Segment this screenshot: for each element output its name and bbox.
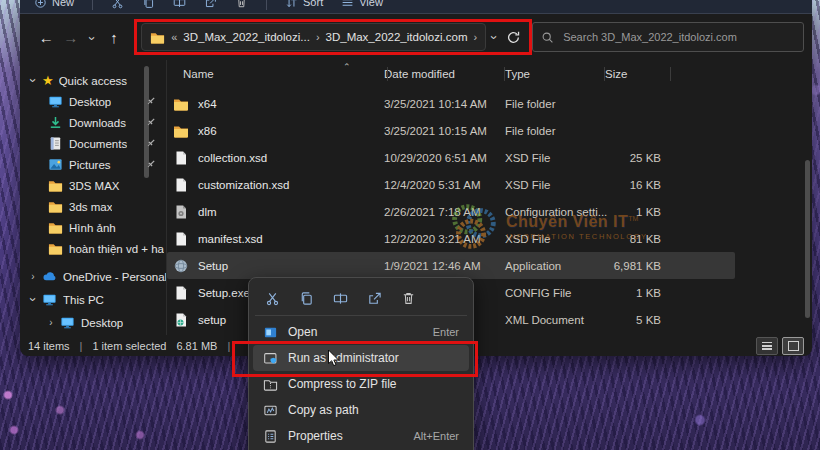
address-dropdown-chevron-icon[interactable]: ›	[487, 35, 502, 39]
file-date: 12/4/2020 5:31 AM	[384, 179, 505, 191]
sidebar-item-this-pc[interactable]: › This PC	[20, 289, 166, 310]
column-divider[interactable]	[387, 67, 388, 81]
column-header-type[interactable]: Type	[505, 68, 605, 80]
menu-item-properties[interactable]: Properties Alt+Enter	[253, 423, 469, 449]
forward-button[interactable]: →	[58, 29, 82, 46]
menu-item-copy-as-path[interactable]: Copy as path	[253, 397, 469, 423]
sort-button[interactable]: Sort	[285, 0, 323, 9]
sort-label: Sort	[303, 0, 323, 8]
sidebar-item-3ds-max-lower[interactable]: 3ds max	[20, 196, 166, 217]
chevron-right-icon[interactable]: ›	[26, 271, 40, 282]
menu-divider	[255, 315, 467, 316]
sidebar-item-downloads[interactable]: Downloads	[20, 112, 166, 133]
back-button[interactable]: ←	[34, 29, 58, 46]
sidebar-item-label: Hình ảnh	[69, 222, 116, 234]
sidebar-item-hinh-anh[interactable]: Hình ảnh	[20, 217, 166, 238]
file-row-setup-selected[interactable]: Setup 1/9/2021 12:46 AM Application 6,98…	[167, 252, 735, 279]
details-view-button[interactable]	[756, 337, 778, 355]
file-date: 2/26/2021 7:18 AM	[384, 206, 505, 218]
sidebar-item-label: OneDrive - Personal	[63, 271, 166, 283]
sidebar-item-label: 3DS MAX	[69, 180, 120, 192]
file-size: 5 KB	[605, 314, 661, 326]
menu-item-label: Compress to ZIP file	[288, 377, 396, 391]
command-bar: New Sort View	[20, 0, 812, 14]
rename-icon[interactable]	[173, 0, 186, 9]
file-name: x64	[198, 98, 217, 110]
sidebar-item-label: Desktop	[81, 317, 123, 329]
cloud-icon	[42, 269, 57, 284]
column-header-name[interactable]: Name	[167, 68, 384, 80]
star-icon: ★	[42, 73, 54, 88]
file-name: customization.xsd	[198, 179, 289, 191]
view-icon	[341, 0, 354, 9]
column-divider[interactable]	[504, 67, 505, 81]
sidebar-item-this-pc-desktop[interactable]: › Desktop	[20, 312, 166, 333]
view-button[interactable]: View	[341, 0, 383, 9]
address-bar-annotation-box: « 3D_Max_2022_itdolozi... › 3D_Max_2022_…	[134, 19, 532, 55]
column-divider[interactable]	[604, 67, 605, 81]
sidebar-item-desktop[interactable]: Desktop	[20, 91, 166, 112]
share-icon[interactable]	[204, 0, 217, 9]
chevron-right-icon[interactable]: ›	[44, 317, 58, 328]
status-separator: |	[227, 340, 230, 352]
file-type: CONFIG File	[505, 287, 605, 299]
refresh-icon[interactable]	[506, 30, 521, 45]
file-name: x86	[198, 125, 217, 137]
sidebar-item-label: Downloads	[69, 117, 126, 129]
share-icon[interactable]	[367, 291, 382, 306]
properties-icon	[263, 429, 278, 444]
breadcrumb-parent[interactable]: 3D_Max_2022_itdolozi...	[183, 31, 310, 43]
large-icons-view-button[interactable]	[782, 337, 804, 355]
menu-item-label: Open	[288, 325, 317, 339]
recent-locations-chevron-icon[interactable]: ›	[83, 29, 102, 46]
pin-icon	[145, 116, 157, 128]
file-name: dlm	[198, 206, 217, 218]
sidebar-item-pictures[interactable]: Pictures	[20, 154, 166, 175]
new-icon	[34, 0, 47, 9]
menu-item-label: Properties	[288, 429, 343, 443]
desktop-icon	[48, 94, 63, 109]
sidebar-item-onedrive[interactable]: › OneDrive - Personal	[20, 266, 166, 287]
delete-icon[interactable]	[235, 0, 248, 9]
sidebar-item-documents[interactable]: Documents	[20, 133, 166, 154]
cut-icon[interactable]	[265, 291, 280, 306]
chevron-down-icon[interactable]: ›	[26, 297, 41, 301]
new-button[interactable]: New	[34, 0, 74, 9]
file-row-x64[interactable]: x64 3/25/2021 10:14 AM File folder	[167, 90, 735, 117]
file-row-collection-xsd[interactable]: collection.xsd 10/29/2020 6:51 AM XSD Fi…	[167, 144, 735, 171]
pc-icon	[42, 292, 57, 307]
download-icon	[48, 115, 63, 130]
search-box[interactable]	[532, 22, 804, 52]
sidebar-item-quick-access[interactable]: › ★ Quick access	[20, 70, 166, 91]
desktop-wallpaper: { "toolbar": {"new": "New", "sort": "Sor…	[0, 0, 820, 450]
delete-icon[interactable]	[401, 291, 416, 306]
copy-icon[interactable]	[299, 291, 314, 306]
folder-icon	[48, 241, 63, 256]
application-icon	[173, 258, 189, 274]
toolbar-divider	[266, 0, 267, 10]
file-row-manifest-xsd[interactable]: manifest.xsd 12/2/2020 3:21 AM XSD File …	[167, 225, 735, 252]
rename-icon[interactable]	[333, 291, 348, 306]
chevron-down-icon[interactable]: ›	[26, 78, 41, 82]
column-header-date[interactable]: Date modified	[384, 68, 505, 80]
column-divider[interactable]	[670, 67, 671, 81]
up-button[interactable]: ↑	[102, 29, 126, 46]
column-header-size[interactable]: Size	[605, 68, 661, 80]
sidebar-item-3ds-max-upper[interactable]: 3DS MAX	[20, 175, 166, 196]
selection-summary: 1 item selected	[92, 340, 166, 352]
file-row-dlm[interactable]: dlm 2/26/2021 7:18 AM Configuration sett…	[167, 198, 735, 225]
cut-icon[interactable]	[111, 0, 124, 9]
breadcrumb-current[interactable]: 3D_Max_2022_itdolozi.com	[326, 31, 468, 43]
file-size: 81 KB	[605, 233, 661, 245]
file-size: 16 KB	[605, 179, 661, 191]
file-size: 6,981 KB	[605, 260, 661, 272]
breadcrumb-overflow[interactable]: «	[171, 31, 177, 43]
search-input[interactable]	[561, 30, 795, 44]
file-list-scrollbar[interactable]	[805, 160, 810, 318]
file-row-customization-xsd[interactable]: customization.xsd 12/4/2020 5:31 AM XSD …	[167, 171, 735, 198]
file-row-x86[interactable]: x86 3/25/2021 10:15 AM File folder	[167, 117, 735, 144]
sidebar-item-hoan-thien[interactable]: hoàn thiện vd + ha	[20, 238, 166, 259]
pin-icon	[145, 95, 157, 107]
copy-icon[interactable]	[142, 0, 155, 9]
address-bar[interactable]: « 3D_Max_2022_itdolozi... › 3D_Max_2022_…	[141, 23, 486, 51]
